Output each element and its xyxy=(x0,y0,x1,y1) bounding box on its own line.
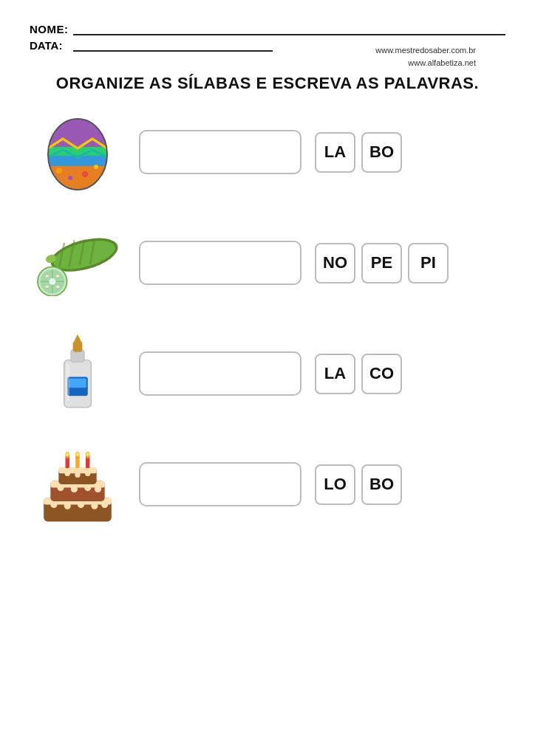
svg-point-24 xyxy=(49,278,55,285)
svg-rect-31 xyxy=(69,378,86,388)
answer-box-4[interactable] xyxy=(139,462,301,506)
svg-point-10 xyxy=(94,165,98,169)
svg-point-42 xyxy=(101,501,108,508)
data-label: DATA: xyxy=(30,39,70,52)
svg-rect-33 xyxy=(73,341,83,352)
svg-marker-34 xyxy=(74,334,81,341)
answer-box-3[interactable] xyxy=(139,351,301,396)
svg-point-51 xyxy=(65,471,70,476)
svg-point-28 xyxy=(55,286,59,289)
svg-point-47 xyxy=(84,484,91,491)
svg-point-39 xyxy=(64,503,71,509)
exercise-row-1: LA BO xyxy=(30,108,505,196)
svg-point-41 xyxy=(91,503,98,509)
syllable-CO: CO xyxy=(361,354,402,394)
svg-point-48 xyxy=(95,486,101,492)
svg-point-40 xyxy=(78,501,84,508)
svg-point-52 xyxy=(75,472,80,478)
syllable-LO: LO xyxy=(315,464,355,505)
syllable-LA: LA xyxy=(315,132,355,173)
svg-point-53 xyxy=(85,471,90,476)
exercise-row-4: LO BO xyxy=(30,440,505,529)
image-easter-egg xyxy=(30,108,126,196)
svg-point-60 xyxy=(76,453,79,457)
nome-underline xyxy=(73,22,505,35)
svg-point-11 xyxy=(68,176,72,180)
answer-box-1[interactable] xyxy=(139,130,301,174)
page-title: ORGANIZE AS SÍLABAS E ESCREVA AS PALAVRA… xyxy=(30,74,505,93)
svg-point-9 xyxy=(82,171,88,177)
syllables-2: NO PE PI xyxy=(315,243,449,284)
website-info: www.mestredosaber.com.br www.alfabetiza.… xyxy=(375,44,476,69)
syllable-PE: PE xyxy=(361,243,402,284)
syllables-3: LA CO xyxy=(315,354,402,394)
svg-point-58 xyxy=(66,453,69,457)
syllable-LA2: LA xyxy=(315,354,355,394)
image-cake xyxy=(30,440,126,529)
svg-point-46 xyxy=(71,486,78,492)
svg-point-27 xyxy=(45,286,49,289)
syllables-4: LO BO xyxy=(315,464,402,505)
nome-label: NOME: xyxy=(30,23,70,35)
svg-point-26 xyxy=(55,275,59,278)
svg-point-38 xyxy=(50,501,57,508)
svg-rect-35 xyxy=(66,363,69,400)
svg-point-45 xyxy=(58,484,64,491)
exercise-row-2: NO PE PI xyxy=(30,219,505,307)
syllable-BO: BO xyxy=(361,132,402,173)
syllable-NO: NO xyxy=(315,243,355,284)
answer-box-2[interactable] xyxy=(139,241,301,285)
svg-point-8 xyxy=(56,168,62,173)
syllable-BO2: BO xyxy=(361,464,402,505)
syllable-PI: PI xyxy=(408,243,449,284)
svg-point-62 xyxy=(86,453,89,457)
svg-point-25 xyxy=(45,275,49,278)
image-cucumber xyxy=(30,219,126,307)
data-underline xyxy=(73,38,273,52)
exercise-row-3: LA CO xyxy=(30,329,505,418)
image-glue xyxy=(30,329,126,418)
syllables-1: LA BO xyxy=(315,132,402,173)
